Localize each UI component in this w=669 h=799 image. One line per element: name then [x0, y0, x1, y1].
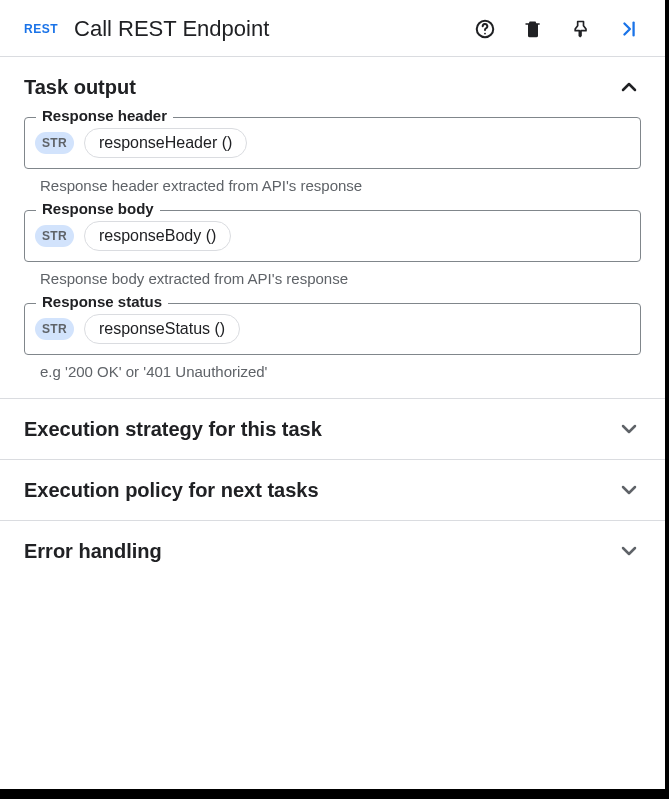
field-response-header: Response header STR responseHeader () [24, 117, 641, 169]
delete-icon[interactable] [521, 17, 545, 41]
help-icon[interactable] [473, 17, 497, 41]
task-config-panel: REST Call REST Endpoint Task output [0, 0, 669, 799]
section-error-handling: Error handling [0, 521, 665, 581]
svg-point-1 [484, 33, 486, 35]
section-title: Task output [24, 76, 136, 99]
section-task-output: Task output Response header STR response… [0, 57, 665, 398]
rest-badge: REST [24, 22, 58, 36]
header-actions [473, 17, 641, 41]
field-label: Response header [36, 107, 173, 124]
section-execution-policy: Execution policy for next tasks [0, 460, 665, 520]
field-input-response-body[interactable]: STR responseBody () [24, 210, 641, 262]
field-label: Response status [36, 293, 168, 310]
field-label: Response body [36, 200, 160, 217]
value-chip[interactable]: responseStatus () [84, 314, 240, 344]
section-head-execution-strategy[interactable]: Execution strategy for this task [24, 417, 641, 441]
value-chip[interactable]: responseBody () [84, 221, 231, 251]
field-response-status: Response status STR responseStatus () [24, 303, 641, 355]
chevron-down-icon [617, 417, 641, 441]
section-execution-strategy: Execution strategy for this task [0, 399, 665, 459]
panel-title: Call REST Endpoint [74, 16, 457, 42]
collapse-panel-icon[interactable] [617, 17, 641, 41]
section-head-task-output[interactable]: Task output [24, 75, 641, 99]
pin-icon[interactable] [569, 17, 593, 41]
helper-text: Response body extracted from API's respo… [40, 270, 641, 287]
helper-text: e.g '200 OK' or '401 Unauthorized' [40, 363, 641, 380]
chevron-down-icon [617, 539, 641, 563]
section-title: Error handling [24, 540, 162, 563]
field-input-response-status[interactable]: STR responseStatus () [24, 303, 641, 355]
type-badge-str: STR [35, 318, 74, 340]
section-head-execution-policy[interactable]: Execution policy for next tasks [24, 478, 641, 502]
field-input-response-header[interactable]: STR responseHeader () [24, 117, 641, 169]
section-head-error-handling[interactable]: Error handling [24, 539, 641, 563]
type-badge-str: STR [35, 132, 74, 154]
type-badge-str: STR [35, 225, 74, 247]
task-output-body: Response header STR responseHeader () Re… [24, 117, 641, 380]
chevron-down-icon [617, 478, 641, 502]
section-title: Execution policy for next tasks [24, 479, 319, 502]
helper-text: Response header extracted from API's res… [40, 177, 641, 194]
field-response-body: Response body STR responseBody () [24, 210, 641, 262]
panel-header: REST Call REST Endpoint [0, 0, 665, 56]
value-chip[interactable]: responseHeader () [84, 128, 247, 158]
section-title: Execution strategy for this task [24, 418, 322, 441]
chevron-up-icon [617, 75, 641, 99]
